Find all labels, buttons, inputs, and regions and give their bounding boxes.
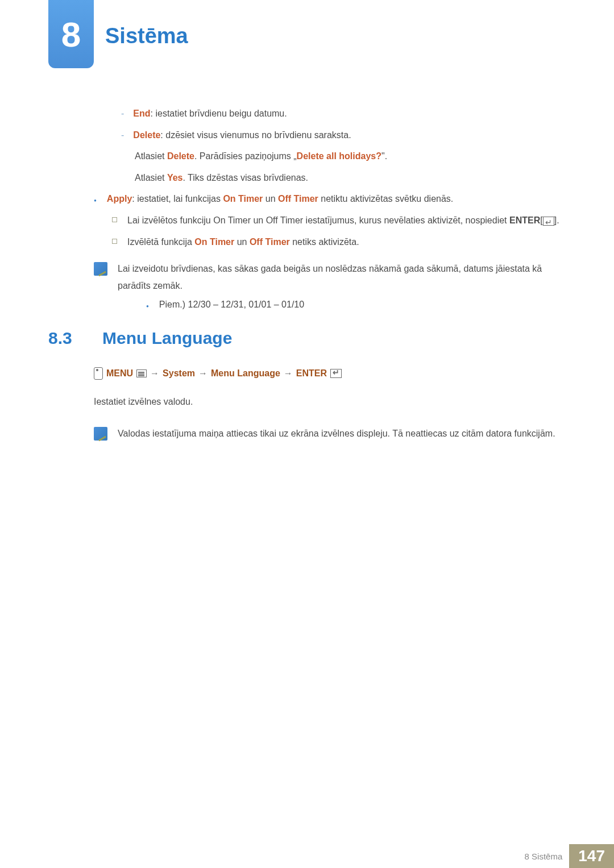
delete-label: Delete: [133, 130, 160, 140]
note-block-2: Valodas iestatījuma maiņa attiecas tikai…: [94, 425, 566, 442]
bullet-marker: ●: [94, 197, 97, 207]
note1-text: Lai izveidotu brīvdienas, kas sākas gada…: [118, 260, 566, 294]
end-label: End: [133, 109, 150, 118]
enter-icon: [330, 369, 342, 378]
enter-label-1: ENTER: [509, 215, 540, 225]
footer-chapter-ref: 8 Sistēma: [525, 852, 563, 861]
page-footer: 8 Sistēma 147: [0, 844, 614, 868]
delete-all-holidays: Delete all holidays?: [297, 151, 381, 161]
page-number: 147: [569, 844, 614, 868]
delete-msg-suffix: ".: [381, 151, 387, 161]
content-block-1: - End: iestatiet brīvdienu beigu datumu.…: [94, 105, 566, 326]
remote-icon: [94, 367, 103, 380]
arrow-2: →: [198, 368, 208, 379]
square-item-2: Izvēlētā funkcija On Timer un Off Timer …: [94, 234, 566, 251]
note-icon: [94, 262, 107, 276]
select-prefix: Atlasiet: [135, 151, 167, 161]
arrow-3: →: [284, 368, 293, 379]
delete-bold: Delete: [167, 151, 194, 161]
on-timer-2: On Timer: [194, 237, 234, 247]
select-prefix2: Atlasiet: [135, 173, 167, 182]
off-timer-2: Off Timer: [250, 237, 290, 247]
yes-text: . Tiks dzēstas visas brīvdienas.: [183, 173, 309, 182]
dash-marker: -: [121, 127, 124, 144]
delete-text: : dzēsiet visus vienumus no brīvdienu sa…: [160, 130, 351, 140]
square1-text: Lai izvēlētos funkciju On Timer un Off T…: [127, 215, 509, 225]
menu-icon: [136, 369, 147, 377]
indent-line-delete-msg: Atlasiet Delete. Parādīsies paziņojums „…: [94, 148, 566, 165]
list-item-delete: - Delete: dzēsiet visus vienumus no brīv…: [94, 127, 566, 144]
on-timer-1: On Timer: [223, 194, 263, 203]
note2-text: Valodas iestatījuma maiņa attiecas tikai…: [118, 425, 566, 442]
note-block-1: Lai izveidotu brīvdienas, kas sākas gada…: [94, 260, 566, 313]
enter-icon: [543, 217, 554, 226]
note-icon: [94, 427, 107, 441]
chapter-title: Sistēma: [105, 24, 188, 48]
section-title-83: Menu Language: [102, 329, 232, 348]
apply-label: Apply: [107, 194, 132, 203]
off-timer-1: Off Timer: [278, 194, 318, 203]
square2-prefix: Izvēlētā funkcija: [127, 237, 194, 247]
arrow-1: →: [150, 368, 159, 379]
body-83: Iestatiet izvēlnes valodu.: [94, 393, 566, 410]
chapter-number: 8: [61, 14, 81, 55]
apply-mid: un: [263, 194, 278, 203]
nav-path: MENU → System → Menu Language → ENTER: [94, 367, 342, 380]
nav-menu-language: Menu Language: [211, 368, 280, 379]
content-block-83: Iestatiet izvēlnes valodu. Valodas iesta…: [94, 393, 566, 454]
indent-line-yes: Atlasiet Yes. Tiks dzēstas visas brīvdie…: [94, 169, 566, 186]
bullet-item-apply: ● Apply: iestatiet, lai funkcijas On Tim…: [94, 190, 566, 207]
bullet-marker: ●: [146, 302, 149, 313]
end-text: : iestatiet brīvdienu beigu datumu.: [151, 109, 287, 118]
square2-suffix: netiks aktivizēta.: [290, 237, 359, 247]
example-bullet: ● Piem.) 12/30 – 12/31, 01/01 – 01/10: [118, 296, 566, 313]
dash-marker: -: [121, 105, 124, 122]
square2-mid: un: [234, 237, 250, 247]
yes-bold: Yes: [167, 173, 183, 182]
apply-prefix: : iestatiet, lai funkcijas: [132, 194, 223, 203]
example-text: Piem.) 12/30 – 12/31, 01/01 – 01/10: [159, 296, 304, 313]
section-number-83: 8.3: [48, 329, 72, 348]
square-marker: [112, 217, 117, 222]
apply-suffix: netiktu aktivizētas svētku dienās.: [318, 194, 453, 203]
nav-enter: ENTER: [296, 368, 327, 379]
chapter-number-tab: 8: [48, 0, 94, 68]
square-marker: [112, 239, 117, 244]
list-item-end: - End: iestatiet brīvdienu beigu datumu.: [94, 105, 566, 122]
delete-msg-text: . Parādīsies paziņojums „: [194, 151, 297, 161]
square-item-1: Lai izvēlētos funkciju On Timer un Off T…: [94, 212, 566, 229]
nav-system: System: [163, 368, 195, 379]
nav-menu: MENU: [106, 368, 133, 379]
bracket-close: ].: [554, 215, 559, 225]
